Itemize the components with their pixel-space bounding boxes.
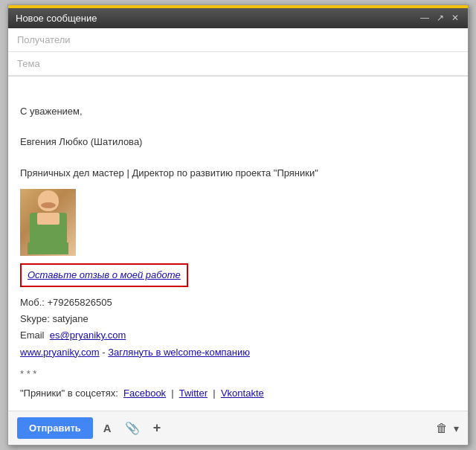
restore-button[interactable]: ↗ — [435, 13, 446, 23]
more-options-button[interactable]: + — [150, 419, 164, 437]
twitter-link[interactable]: Twitter — [179, 388, 208, 399]
subject-input[interactable] — [17, 58, 459, 69]
subject-field-row — [8, 52, 468, 76]
facebook-link[interactable]: Facebook — [123, 388, 166, 399]
vkontakte-link[interactable]: Vkontakte — [221, 388, 264, 399]
chevron-down-icon[interactable]: ▾ — [454, 422, 459, 434]
signature-greeting: С уважением, Евгения Любко (Шатилова) Пр… — [20, 89, 456, 181]
review-box[interactable]: Оставьте отзыв о моей работе — [20, 263, 188, 288]
delete-button[interactable]: 🗑 — [436, 422, 448, 435]
mobile-line: Моб.: +79265826505 — [20, 295, 456, 311]
attach-button[interactable]: 📎 — [122, 420, 143, 437]
to-input[interactable] — [17, 34, 459, 45]
skype-line: Skype: satyjane — [20, 311, 456, 327]
social-line: "Пряники" в соцсетях: Facebook | Twitter… — [20, 386, 456, 402]
title-bar: Новое сообщение — ↗ ✕ — [8, 8, 468, 28]
stars-separator: * * * — [20, 367, 456, 382]
to-field-row — [8, 28, 468, 52]
website-link[interactable]: www.pryaniky.com — [20, 347, 100, 358]
email-link[interactable]: es@pryaniky.com — [50, 330, 126, 341]
email-line: Email es@pryaniky.com — [20, 327, 456, 344]
fields-area — [8, 28, 468, 77]
window-title: Новое сообщение — [16, 13, 97, 24]
review-link[interactable]: Оставьте отзыв о моей работе — [28, 269, 181, 280]
format-text-button[interactable]: A — [100, 420, 115, 436]
toolbar-right: 🗑 ▾ — [436, 422, 459, 435]
website-line: www.pryaniky.com - Заглянуть в welcome-к… — [20, 344, 456, 361]
close-button[interactable]: ✕ — [450, 13, 460, 23]
contact-info: Моб.: +79265826505 Skype: satyjane Email… — [20, 295, 456, 360]
compose-window: Новое сообщение — ↗ ✕ С уважением, Евген… — [7, 4, 469, 446]
email-body[interactable]: С уважением, Евгения Любко (Шатилова) Пр… — [8, 77, 468, 411]
minimize-button[interactable]: — — [419, 13, 431, 23]
welcome-link[interactable]: Заглянуть в welcome-компанию — [108, 347, 250, 358]
compose-toolbar: Отправить A 📎 + 🗑 ▾ — [8, 411, 468, 445]
avatar — [20, 189, 76, 256]
toolbar-left: Отправить A 📎 + — [17, 417, 164, 439]
window-controls: — ↗ ✕ — [419, 13, 460, 23]
send-button[interactable]: Отправить — [17, 417, 93, 439]
